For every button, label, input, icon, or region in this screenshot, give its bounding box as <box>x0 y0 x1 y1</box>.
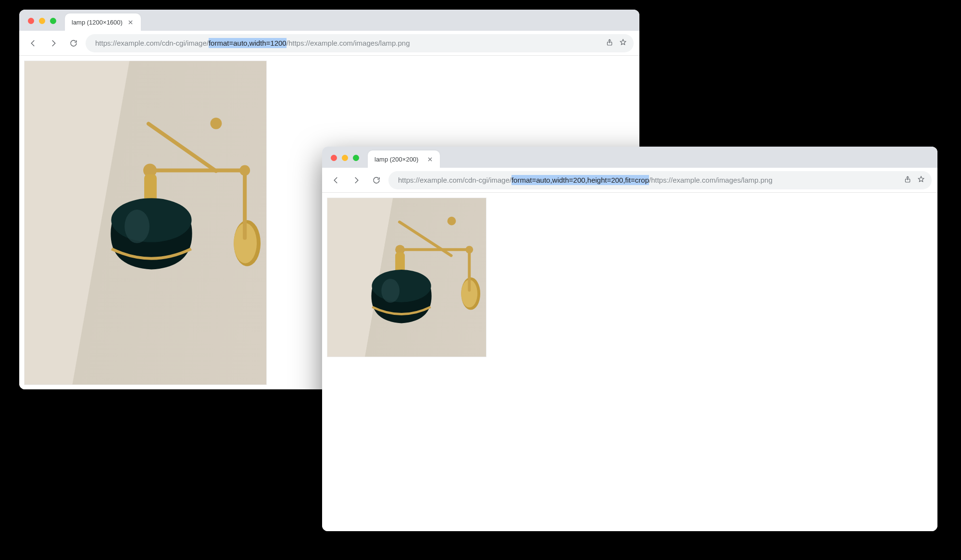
url-suffix: /https://example.com/images/lamp.png <box>649 176 773 184</box>
reload-button[interactable] <box>368 172 385 188</box>
back-button[interactable] <box>25 35 41 51</box>
tab-title: lamp (200×200) <box>374 156 418 163</box>
url-prefix: https://example.com/cdn-cgi/image/ <box>398 176 512 184</box>
svg-rect-23 <box>468 249 471 291</box>
lamp-illustration <box>327 198 486 357</box>
omnibox-actions <box>904 175 925 185</box>
window-close-button[interactable] <box>331 155 337 161</box>
window-close-button[interactable] <box>28 18 34 24</box>
svg-rect-7 <box>146 121 218 174</box>
close-icon[interactable] <box>127 19 134 25</box>
share-icon[interactable] <box>904 175 911 185</box>
window-zoom-button[interactable] <box>50 18 56 24</box>
lamp-image-cropped <box>327 198 487 357</box>
tab-strip: lamp (1200×1600) <box>19 10 639 31</box>
url-highlighted-params: format=auto,width=1200 <box>209 38 287 48</box>
window-controls <box>28 18 56 24</box>
lamp-image-large <box>24 61 267 385</box>
svg-point-20 <box>447 217 456 225</box>
svg-point-27 <box>381 279 399 303</box>
back-button[interactable] <box>328 172 344 188</box>
window-minimize-button[interactable] <box>39 18 45 24</box>
browser-tab[interactable]: lamp (200×200) <box>368 150 440 168</box>
svg-point-6 <box>210 118 222 129</box>
bookmark-star-icon[interactable] <box>917 175 925 185</box>
window-minimize-button[interactable] <box>342 155 348 161</box>
tab-title: lamp (1200×1600) <box>72 19 123 26</box>
tab-strip: lamp (200×200) <box>322 147 937 168</box>
bookmark-star-icon[interactable] <box>619 38 627 48</box>
forward-button[interactable] <box>348 172 364 188</box>
page-content <box>322 193 937 531</box>
lamp-illustration <box>25 61 266 385</box>
svg-point-24 <box>465 246 473 253</box>
close-icon[interactable] <box>426 156 433 162</box>
svg-rect-25 <box>395 252 405 273</box>
svg-rect-5 <box>149 168 245 172</box>
svg-point-13 <box>125 210 150 243</box>
url-highlighted-params: format=auto,width=200,height=200,fit=cro… <box>512 175 649 185</box>
svg-rect-21 <box>398 220 453 258</box>
browser-toolbar: https://example.com/cdn-cgi/image/format… <box>19 31 639 56</box>
svg-rect-19 <box>399 248 470 251</box>
omnibox-actions <box>606 38 627 48</box>
svg-rect-9 <box>243 170 247 239</box>
svg-point-26 <box>372 270 431 302</box>
url-prefix: https://example.com/cdn-cgi/image/ <box>95 39 209 47</box>
window-controls <box>331 155 359 161</box>
reload-button[interactable] <box>65 35 82 51</box>
address-bar[interactable]: https://example.com/cdn-cgi/image/format… <box>388 171 932 189</box>
svg-point-12 <box>111 198 191 242</box>
svg-point-10 <box>239 165 250 175</box>
address-bar[interactable]: https://example.com/cdn-cgi/image/format… <box>86 34 634 52</box>
forward-button[interactable] <box>45 35 62 51</box>
share-icon[interactable] <box>606 38 613 48</box>
browser-tab[interactable]: lamp (1200×1600) <box>65 13 141 31</box>
browser-window-front: lamp (200×200) https://example.com/cdn-c… <box>322 147 937 531</box>
window-zoom-button[interactable] <box>353 155 359 161</box>
browser-toolbar: https://example.com/cdn-cgi/image/format… <box>322 168 937 193</box>
url-suffix: /https://example.com/images/lamp.png <box>287 39 410 47</box>
